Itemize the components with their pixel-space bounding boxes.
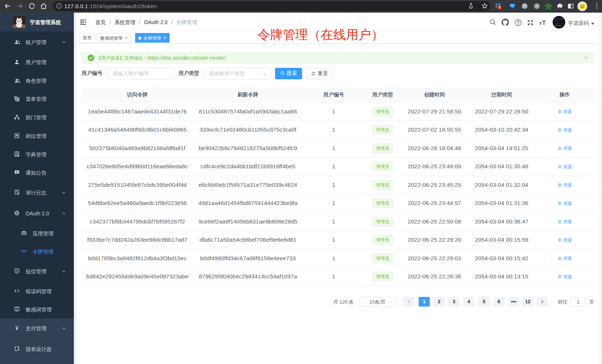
svg-text:A: A [23,249,25,253]
svg-text:9: 9 [499,6,500,9]
